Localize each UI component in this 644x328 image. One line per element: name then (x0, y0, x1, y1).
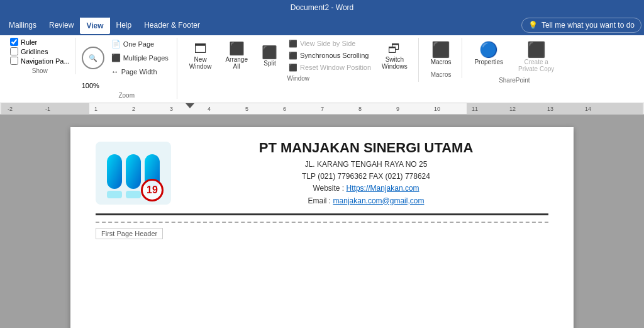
ruler-checkbox[interactable] (10, 38, 18, 46)
split-button[interactable]: ⬛ Split (256, 42, 284, 70)
svg-text:13: 13 (547, 106, 553, 112)
zoom-percent-label: 100% (82, 82, 99, 89)
arrange-all-button[interactable]: ⬛ ArrangeAll (219, 38, 253, 73)
nav-pane-checkbox[interactable] (10, 57, 18, 65)
sync-scroll-icon: ⬛ (289, 52, 297, 60)
ruler-label: Ruler (21, 38, 37, 46)
ribbon-group-macros: ⬛ Macros Macros (420, 38, 463, 78)
page-width-label: Page Width (121, 68, 157, 76)
step-number: 19 (147, 184, 158, 196)
zoom-percent-button[interactable]: 100% (82, 82, 172, 89)
multiple-pages-label: Multiple Pages (123, 54, 169, 62)
checkbox-nav-pane[interactable]: Navigation Pa... (10, 57, 70, 65)
tell-me-box[interactable]: 💡 Tell me what you want to do (521, 18, 641, 33)
menu-item-view[interactable]: View (80, 16, 109, 34)
view-side-icon: ⬛ (289, 40, 297, 48)
company-street: JL. KARANG TENGAH RAYA NO 25 (184, 159, 548, 171)
reset-window-label: Reset Window Position (300, 64, 371, 71)
menu-item-help[interactable]: Help (110, 17, 138, 33)
website-url[interactable]: Https://Manjakan.com (347, 184, 419, 193)
checkbox-gridlines[interactable]: Gridlines (10, 47, 70, 55)
gridlines-checkbox[interactable] (10, 47, 18, 55)
ribbon-group-sharepoint: 🔵 Properties ⬛ Create aPrivate Copy Shar… (464, 38, 565, 84)
first-page-header-container: First Page Header (96, 223, 548, 239)
properties-label: Properties (474, 59, 503, 65)
menu-item-review[interactable]: Review (43, 17, 80, 33)
macros-icon: ⬛ (431, 41, 450, 59)
tell-me-icon: 💡 (528, 21, 538, 30)
svg-text:10: 10 (434, 106, 440, 112)
switch-windows-icon: 🗗 (388, 42, 401, 56)
svg-text:2: 2 (132, 106, 135, 112)
svg-text:8: 8 (358, 106, 362, 112)
svg-text:11: 11 (472, 106, 478, 112)
svg-text:14: 14 (585, 106, 591, 112)
reset-window-icon: ⬛ (289, 64, 297, 72)
document-body (96, 239, 548, 315)
website-label: Website : (313, 184, 346, 193)
svg-rect-23 (126, 191, 141, 198)
step-badge: 19 (141, 179, 164, 201)
switch-windows-label: SwitchWindows (382, 56, 408, 70)
svg-text:12: 12 (509, 106, 516, 112)
ruler: -2 -1 1 2 3 4 5 6 7 8 9 10 11 12 13 14 (0, 103, 644, 115)
document-header: PT MANJAKAN SINERGI UTAMA JL. KARANG TEN… (96, 140, 548, 215)
svg-text:6: 6 (283, 106, 286, 112)
zoom-icon: 🔍 (89, 54, 97, 62)
new-window-icon: 🗖 (194, 42, 207, 56)
svg-rect-19 (107, 154, 122, 189)
svg-rect-1 (89, 103, 467, 115)
company-phone: TLP (021) 7796362 FAX (021) 778624 (184, 171, 548, 183)
sync-scroll-label: Synchronous Scrolling (300, 52, 369, 59)
checkbox-ruler[interactable]: Ruler (10, 38, 70, 46)
menu-item-mailings[interactable]: Mailings (3, 17, 43, 33)
multiple-pages-button[interactable]: ⬛ Multiple Pages (108, 52, 172, 64)
arrange-all-label: ArrangeAll (225, 56, 248, 70)
switch-windows-button[interactable]: 🗗 SwitchWindows (376, 38, 413, 73)
gridlines-label: Gridlines (21, 48, 48, 55)
svg-rect-20 (126, 154, 141, 189)
view-side-by-side-button[interactable]: ⬛ View Side by Side (286, 38, 374, 49)
properties-icon: 🔵 (479, 41, 498, 59)
create-private-label: Create aPrivate Copy (518, 59, 554, 72)
synchronous-scrolling-button[interactable]: ⬛ Synchronous Scrolling (286, 50, 374, 61)
svg-text:3: 3 (170, 106, 173, 112)
zoom-button[interactable]: 🔍 (82, 47, 104, 69)
ribbon-group-zoom: 🔍 📄 One Page ⬛ Multiple Pages ↔ Page Wid… (77, 38, 177, 99)
reset-window-button[interactable]: ⬛ Reset Window Position (286, 62, 374, 73)
properties-button[interactable]: 🔵 Properties (469, 38, 509, 69)
one-page-label: One Page (123, 40, 155, 48)
macros-button[interactable]: ⬛ Macros (425, 38, 457, 69)
new-window-button[interactable]: 🗖 NewWindow (184, 38, 218, 73)
document-area: 19 (0, 115, 644, 328)
view-side-label: View Side by Side (300, 40, 355, 47)
svg-text:7: 7 (321, 106, 324, 112)
show-group-label: Show (10, 66, 70, 74)
ribbon: Ruler Gridlines Navigation Pa... Show 🔍 … (0, 35, 644, 103)
email-label: Email : (308, 196, 333, 205)
ribbon-group-window: 🗖 NewWindow ⬛ ArrangeAll ⬛ Split ⬛ View … (179, 38, 419, 82)
macros-group-label: Macros (425, 70, 457, 78)
page-width-button[interactable]: ↔ Page Width (108, 65, 172, 78)
svg-text:1: 1 (94, 106, 97, 112)
window-top-row: 🗖 NewWindow ⬛ ArrangeAll ⬛ Split ⬛ View … (184, 38, 413, 73)
create-private-copy-button[interactable]: ⬛ Create aPrivate Copy (513, 38, 560, 76)
svg-text:5: 5 (245, 106, 248, 112)
one-page-button[interactable]: 📄 One Page (108, 38, 172, 50)
svg-text:-2: -2 (8, 106, 13, 112)
menu-item-header-footer[interactable]: Header & Footer (138, 17, 206, 33)
title-bar: Document2 - Word (0, 0, 644, 15)
company-name: PT MANJAKAN SINERGI UTAMA (184, 140, 548, 156)
company-info: PT MANJAKAN SINERGI UTAMA JL. KARANG TEN… (184, 140, 548, 207)
document-page: 19 (70, 127, 574, 328)
page-icon: 📄 (111, 40, 121, 48)
email-url[interactable]: manjakan.com@gmail,com (333, 196, 425, 205)
window-group-label: Window (184, 74, 413, 82)
menu-bar: Mailings Review View Help Header & Foote… (0, 15, 644, 35)
company-email: Email : manjakan.com@gmail,com (184, 195, 548, 207)
svg-rect-22 (107, 191, 122, 198)
svg-text:9: 9 (396, 106, 399, 112)
multiple-pages-icon: ⬛ (111, 54, 121, 62)
page-width-icon: ↔ (111, 67, 119, 76)
ruler-svg: -2 -1 1 2 3 4 5 6 7 8 9 10 11 12 13 14 (1, 103, 643, 115)
